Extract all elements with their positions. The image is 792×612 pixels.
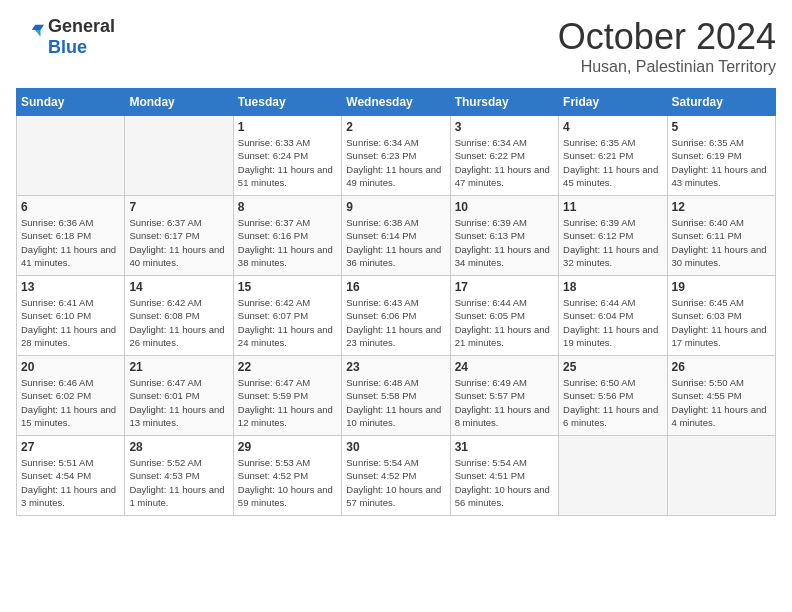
- cell-info: Sunrise: 6:37 AMSunset: 6:16 PMDaylight:…: [238, 216, 337, 269]
- cell-info: Sunrise: 6:44 AMSunset: 6:04 PMDaylight:…: [563, 296, 662, 349]
- cell-info: Sunrise: 6:50 AMSunset: 5:56 PMDaylight:…: [563, 376, 662, 429]
- calendar-cell: 19Sunrise: 6:45 AMSunset: 6:03 PMDayligh…: [667, 276, 775, 356]
- logo-blue: Blue: [48, 37, 87, 57]
- day-number: 31: [455, 440, 554, 454]
- day-number: 6: [21, 200, 120, 214]
- calendar-week-row: 6Sunrise: 6:36 AMSunset: 6:18 PMDaylight…: [17, 196, 776, 276]
- cell-info: Sunrise: 6:48 AMSunset: 5:58 PMDaylight:…: [346, 376, 445, 429]
- calendar-cell: 17Sunrise: 6:44 AMSunset: 6:05 PMDayligh…: [450, 276, 558, 356]
- cell-info: Sunrise: 6:41 AMSunset: 6:10 PMDaylight:…: [21, 296, 120, 349]
- cell-info: Sunrise: 5:53 AMSunset: 4:52 PMDaylight:…: [238, 456, 337, 509]
- cell-info: Sunrise: 6:49 AMSunset: 5:57 PMDaylight:…: [455, 376, 554, 429]
- calendar-cell: 27Sunrise: 5:51 AMSunset: 4:54 PMDayligh…: [17, 436, 125, 516]
- day-number: 29: [238, 440, 337, 454]
- calendar-cell: 8Sunrise: 6:37 AMSunset: 6:16 PMDaylight…: [233, 196, 341, 276]
- calendar-cell: 25Sunrise: 6:50 AMSunset: 5:56 PMDayligh…: [559, 356, 667, 436]
- cell-info: Sunrise: 6:35 AMSunset: 6:21 PMDaylight:…: [563, 136, 662, 189]
- logo-text: General Blue: [48, 16, 115, 58]
- calendar-cell: 26Sunrise: 5:50 AMSunset: 4:55 PMDayligh…: [667, 356, 775, 436]
- calendar-cell: [125, 116, 233, 196]
- calendar-cell: 18Sunrise: 6:44 AMSunset: 6:04 PMDayligh…: [559, 276, 667, 356]
- cell-info: Sunrise: 6:35 AMSunset: 6:19 PMDaylight:…: [672, 136, 771, 189]
- cell-info: Sunrise: 5:50 AMSunset: 4:55 PMDaylight:…: [672, 376, 771, 429]
- day-number: 23: [346, 360, 445, 374]
- calendar-cell: 11Sunrise: 6:39 AMSunset: 6:12 PMDayligh…: [559, 196, 667, 276]
- calendar-cell: [667, 436, 775, 516]
- calendar-cell: 14Sunrise: 6:42 AMSunset: 6:08 PMDayligh…: [125, 276, 233, 356]
- calendar-table: SundayMondayTuesdayWednesdayThursdayFrid…: [16, 88, 776, 516]
- day-number: 19: [672, 280, 771, 294]
- calendar-cell: 15Sunrise: 6:42 AMSunset: 6:07 PMDayligh…: [233, 276, 341, 356]
- calendar-week-row: 13Sunrise: 6:41 AMSunset: 6:10 PMDayligh…: [17, 276, 776, 356]
- calendar-cell: 12Sunrise: 6:40 AMSunset: 6:11 PMDayligh…: [667, 196, 775, 276]
- calendar-cell: 22Sunrise: 6:47 AMSunset: 5:59 PMDayligh…: [233, 356, 341, 436]
- day-number: 25: [563, 360, 662, 374]
- calendar-week-row: 20Sunrise: 6:46 AMSunset: 6:02 PMDayligh…: [17, 356, 776, 436]
- calendar-cell: 23Sunrise: 6:48 AMSunset: 5:58 PMDayligh…: [342, 356, 450, 436]
- cell-info: Sunrise: 6:44 AMSunset: 6:05 PMDaylight:…: [455, 296, 554, 349]
- cell-info: Sunrise: 6:38 AMSunset: 6:14 PMDaylight:…: [346, 216, 445, 269]
- day-number: 18: [563, 280, 662, 294]
- cell-info: Sunrise: 6:47 AMSunset: 6:01 PMDaylight:…: [129, 376, 228, 429]
- calendar-cell: 24Sunrise: 6:49 AMSunset: 5:57 PMDayligh…: [450, 356, 558, 436]
- cell-info: Sunrise: 5:54 AMSunset: 4:51 PMDaylight:…: [455, 456, 554, 509]
- location-title: Husan, Palestinian Territory: [558, 58, 776, 76]
- cell-info: Sunrise: 5:54 AMSunset: 4:52 PMDaylight:…: [346, 456, 445, 509]
- cell-info: Sunrise: 6:45 AMSunset: 6:03 PMDaylight:…: [672, 296, 771, 349]
- day-number: 21: [129, 360, 228, 374]
- calendar-cell: 29Sunrise: 5:53 AMSunset: 4:52 PMDayligh…: [233, 436, 341, 516]
- calendar-cell: 16Sunrise: 6:43 AMSunset: 6:06 PMDayligh…: [342, 276, 450, 356]
- calendar-week-row: 1Sunrise: 6:33 AMSunset: 6:24 PMDaylight…: [17, 116, 776, 196]
- day-number: 28: [129, 440, 228, 454]
- day-number: 20: [21, 360, 120, 374]
- calendar-cell: [17, 116, 125, 196]
- cell-info: Sunrise: 6:34 AMSunset: 6:23 PMDaylight:…: [346, 136, 445, 189]
- day-number: 9: [346, 200, 445, 214]
- day-number: 5: [672, 120, 771, 134]
- calendar-cell: 3Sunrise: 6:34 AMSunset: 6:22 PMDaylight…: [450, 116, 558, 196]
- weekday-header: Monday: [125, 89, 233, 116]
- day-number: 8: [238, 200, 337, 214]
- svg-marker-1: [32, 25, 44, 30]
- calendar-cell: 31Sunrise: 5:54 AMSunset: 4:51 PMDayligh…: [450, 436, 558, 516]
- cell-info: Sunrise: 6:34 AMSunset: 6:22 PMDaylight:…: [455, 136, 554, 189]
- cell-info: Sunrise: 6:37 AMSunset: 6:17 PMDaylight:…: [129, 216, 228, 269]
- calendar-cell: 21Sunrise: 6:47 AMSunset: 6:01 PMDayligh…: [125, 356, 233, 436]
- weekday-header: Friday: [559, 89, 667, 116]
- cell-info: Sunrise: 6:40 AMSunset: 6:11 PMDaylight:…: [672, 216, 771, 269]
- calendar-cell: 2Sunrise: 6:34 AMSunset: 6:23 PMDaylight…: [342, 116, 450, 196]
- day-number: 30: [346, 440, 445, 454]
- weekday-header: Sunday: [17, 89, 125, 116]
- cell-info: Sunrise: 6:39 AMSunset: 6:12 PMDaylight:…: [563, 216, 662, 269]
- cell-info: Sunrise: 5:51 AMSunset: 4:54 PMDaylight:…: [21, 456, 120, 509]
- calendar-cell: 28Sunrise: 5:52 AMSunset: 4:53 PMDayligh…: [125, 436, 233, 516]
- logo: General Blue: [16, 16, 115, 58]
- calendar-cell: 9Sunrise: 6:38 AMSunset: 6:14 PMDaylight…: [342, 196, 450, 276]
- day-number: 7: [129, 200, 228, 214]
- day-number: 26: [672, 360, 771, 374]
- title-block: October 2024 Husan, Palestinian Territor…: [558, 16, 776, 76]
- header-row: SundayMondayTuesdayWednesdayThursdayFrid…: [17, 89, 776, 116]
- weekday-header: Wednesday: [342, 89, 450, 116]
- day-number: 27: [21, 440, 120, 454]
- day-number: 22: [238, 360, 337, 374]
- calendar-cell: 10Sunrise: 6:39 AMSunset: 6:13 PMDayligh…: [450, 196, 558, 276]
- weekday-header: Thursday: [450, 89, 558, 116]
- calendar-cell: 4Sunrise: 6:35 AMSunset: 6:21 PMDaylight…: [559, 116, 667, 196]
- calendar-cell: 1Sunrise: 6:33 AMSunset: 6:24 PMDaylight…: [233, 116, 341, 196]
- day-number: 15: [238, 280, 337, 294]
- cell-info: Sunrise: 6:42 AMSunset: 6:08 PMDaylight:…: [129, 296, 228, 349]
- calendar-cell: 20Sunrise: 6:46 AMSunset: 6:02 PMDayligh…: [17, 356, 125, 436]
- day-number: 16: [346, 280, 445, 294]
- day-number: 4: [563, 120, 662, 134]
- calendar-cell: 6Sunrise: 6:36 AMSunset: 6:18 PMDaylight…: [17, 196, 125, 276]
- day-number: 14: [129, 280, 228, 294]
- cell-info: Sunrise: 6:39 AMSunset: 6:13 PMDaylight:…: [455, 216, 554, 269]
- day-number: 17: [455, 280, 554, 294]
- calendar-cell: 7Sunrise: 6:37 AMSunset: 6:17 PMDaylight…: [125, 196, 233, 276]
- page-header: General Blue October 2024 Husan, Palesti…: [16, 16, 776, 76]
- cell-info: Sunrise: 6:47 AMSunset: 5:59 PMDaylight:…: [238, 376, 337, 429]
- calendar-week-row: 27Sunrise: 5:51 AMSunset: 4:54 PMDayligh…: [17, 436, 776, 516]
- weekday-header: Tuesday: [233, 89, 341, 116]
- cell-info: Sunrise: 6:46 AMSunset: 6:02 PMDaylight:…: [21, 376, 120, 429]
